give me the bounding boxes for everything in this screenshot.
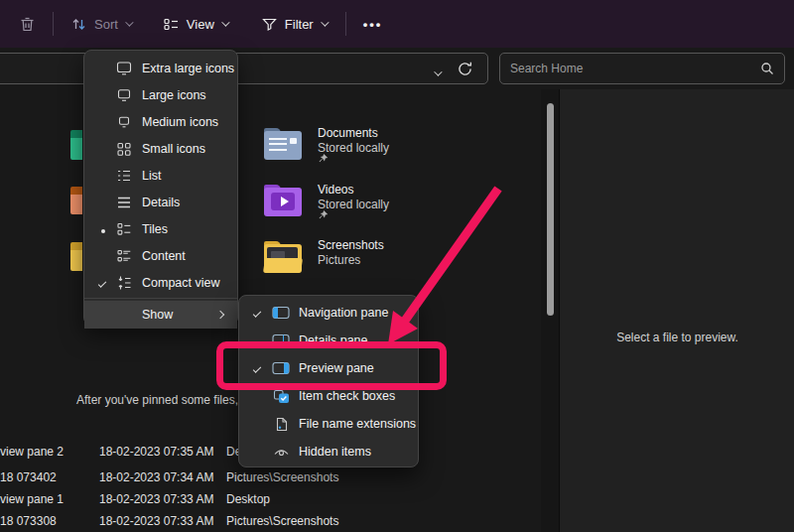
file-row[interactable]: 18 073308 18-02-2023 07:33 AM Pictures\S… xyxy=(0,514,541,532)
menu-item-small-icons[interactable]: Small icons xyxy=(84,135,237,162)
list-icon xyxy=(115,168,133,184)
toolbar-divider xyxy=(345,12,346,36)
submenu-item-label: File name extensions xyxy=(299,417,416,431)
sort-label: Sort xyxy=(94,17,118,32)
screenshots-folder-icon xyxy=(264,241,302,273)
file-row[interactable]: 18 073402 18-02-2023 07:34 AM Pictures\S… xyxy=(0,470,541,488)
menu-item-label: Large icons xyxy=(142,88,206,102)
file-date: 18-02-2023 07:34 AM xyxy=(99,470,213,484)
chevron-down-icon xyxy=(125,18,133,26)
submenu-item-file-name-extensions[interactable]: File name extensions xyxy=(239,410,418,438)
chevron-down-icon xyxy=(321,18,329,26)
submenu-item-hidden-items[interactable]: Hidden items xyxy=(239,438,418,466)
menu-item-list[interactable]: List xyxy=(84,162,237,189)
menu-item-tiles[interactable]: Tiles xyxy=(84,215,237,242)
pin-icon xyxy=(318,209,329,224)
filter-button[interactable]: Filter xyxy=(252,7,335,41)
file-location: Desktop xyxy=(226,492,270,506)
ellipsis-icon: ••• xyxy=(363,17,383,32)
pictures-folder-icon[interactable] xyxy=(70,242,82,271)
compact-view-icon xyxy=(115,275,133,291)
menu-item-content[interactable]: Content xyxy=(84,242,237,269)
submenu-item-label: Item check boxes xyxy=(299,389,395,403)
menu-item-details[interactable]: Details xyxy=(84,189,237,215)
scrollbar-thumb[interactable] xyxy=(547,103,554,316)
submenu-item-navigation-pane[interactable]: Navigation pane xyxy=(239,299,418,327)
file-name-extensions-icon xyxy=(272,417,290,432)
search-box xyxy=(499,53,785,84)
medium-icons-icon xyxy=(115,114,133,129)
submenu-item-preview-pane[interactable]: Preview pane xyxy=(239,354,418,382)
search-icon xyxy=(760,62,774,75)
documents-folder-icon xyxy=(264,128,302,160)
view-button[interactable]: View xyxy=(154,7,236,41)
file-date: 18-02-2023 07:33 AM xyxy=(99,492,213,506)
file-date: 18-02-2023 07:35 AM xyxy=(99,445,213,459)
menu-item-medium-icons[interactable]: Medium icons xyxy=(84,108,237,135)
submenu-item-item-check-boxes[interactable]: Item check boxes xyxy=(239,382,418,410)
menu-item-large-icons[interactable]: Large icons xyxy=(84,81,237,108)
sort-icon xyxy=(70,17,87,32)
tile-subtitle: Pictures xyxy=(318,253,360,267)
toolbar-divider xyxy=(53,12,54,36)
search-input[interactable] xyxy=(500,62,760,75)
downloads-folder-icon[interactable] xyxy=(70,187,82,214)
tile-name: Screenshots xyxy=(318,238,384,252)
show-submenu: Navigation pane Details pane Preview pan… xyxy=(238,295,419,467)
view-label: View xyxy=(187,17,214,32)
menu-item-extra-large-icons[interactable]: Extra large icons xyxy=(84,55,237,81)
address-bar[interactable] xyxy=(0,53,488,84)
file-date: 18-02-2023 07:33 AM xyxy=(99,514,213,528)
delete-button[interactable] xyxy=(10,7,45,41)
check-marker xyxy=(92,276,108,290)
radio-selected-marker xyxy=(92,222,108,236)
file-name: view pane 2 xyxy=(0,445,64,459)
menu-item-label: Extra large icons xyxy=(142,62,234,75)
tile-name: Videos xyxy=(318,183,353,197)
content-icon xyxy=(115,248,133,264)
menu-item-label: Small icons xyxy=(142,142,205,156)
command-toolbar: Sort View Filter ••• xyxy=(0,0,794,48)
menu-item-label: List xyxy=(142,169,161,183)
extra-large-icons-icon xyxy=(115,61,133,75)
chevron-down-icon xyxy=(221,18,229,26)
check-marker xyxy=(247,306,263,320)
navigation-pane-icon xyxy=(272,306,290,320)
check-marker xyxy=(247,361,263,375)
file-row[interactable]: view pane 1 18-02-2023 07:33 AM Desktop xyxy=(0,492,541,510)
videos-folder-icon xyxy=(264,185,302,216)
submenu-item-label: Navigation pane xyxy=(299,306,388,320)
trash-icon xyxy=(19,16,36,33)
sort-button[interactable]: Sort xyxy=(62,7,140,41)
view-menu: Extra large icons Large icons Medium ico… xyxy=(83,50,238,326)
preview-pane-icon xyxy=(272,361,290,375)
submenu-item-label: Preview pane xyxy=(299,361,374,375)
menu-separator xyxy=(84,298,237,299)
pinned-files-hint: After you've pinned some files, we'll xyxy=(76,393,264,407)
pin-icon xyxy=(318,153,329,168)
view-icon xyxy=(163,17,180,32)
large-icons-icon xyxy=(115,87,133,102)
menu-item-show[interactable]: Show xyxy=(84,301,237,329)
menu-item-compact-view[interactable]: Compact view xyxy=(84,269,237,296)
file-location: Pictures\Screenshots xyxy=(226,514,338,528)
small-icons-icon xyxy=(115,141,133,157)
more-options-button[interactable]: ••• xyxy=(354,7,392,41)
submenu-item-label: Details pane xyxy=(299,333,368,347)
file-location: Pictures\Screenshots xyxy=(226,470,338,484)
menu-item-label: Compact view xyxy=(142,276,220,290)
refresh-button[interactable] xyxy=(457,61,473,80)
details-icon xyxy=(115,195,133,210)
menu-item-label: Content xyxy=(142,249,186,263)
file-name: 18 073308 xyxy=(0,514,57,528)
address-dropdown-button[interactable] xyxy=(434,66,440,79)
details-pane-icon xyxy=(272,333,290,347)
file-name: 18 073402 xyxy=(0,470,57,484)
filter-icon xyxy=(261,17,278,32)
submenu-item-details-pane[interactable]: Details pane xyxy=(239,327,418,354)
menu-item-label: Show xyxy=(142,308,173,322)
submenu-item-label: Hidden items xyxy=(299,445,371,459)
tile-name: Documents xyxy=(318,126,378,140)
chevron-right-icon xyxy=(216,311,224,319)
desktop-folder-icon[interactable] xyxy=(70,130,82,160)
